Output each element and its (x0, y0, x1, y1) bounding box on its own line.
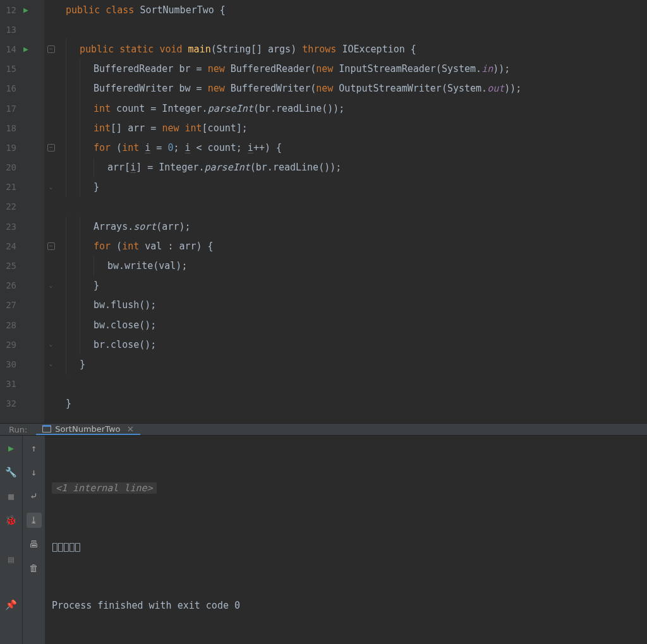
code-text: } (59, 398, 71, 409)
gutter-row[interactable]: 14▶ (0, 39, 44, 59)
down-arrow-icon[interactable]: ↓ (27, 465, 42, 480)
gutter-row[interactable]: 30 (0, 354, 44, 374)
fold-cell (45, 158, 57, 177)
indent-guide (80, 158, 80, 177)
indent-guide (66, 177, 66, 197)
fold-cell: − (45, 138, 57, 157)
code-line[interactable]: } (59, 276, 647, 295)
gutter-row[interactable]: 22 (0, 197, 44, 217)
gutter-row[interactable]: 27 (0, 295, 44, 315)
finished-line: Process finished with exit code 0 (52, 596, 641, 616)
code-line[interactable]: } (59, 394, 647, 414)
gutter-row[interactable]: 25 (0, 256, 44, 275)
code-line[interactable]: for (int i = 0; i < count; i++) { (59, 138, 647, 157)
gutter-row[interactable]: 20 (0, 158, 44, 177)
gutter-row[interactable]: 12▶ (0, 0, 44, 20)
fold-minus-icon[interactable]: − (47, 242, 55, 250)
code-line[interactable]: Arrays.sort(arr); (59, 217, 647, 236)
line-number: 22 (4, 201, 21, 212)
fold-cell (45, 98, 57, 118)
fold-cell (45, 315, 57, 335)
code-text: for (int i = 0; i < count; i++) { (59, 142, 282, 153)
fold-end-icon[interactable]: ⌄ (47, 361, 55, 368)
indent-guide (80, 236, 80, 256)
debug-icon[interactable]: 🐞 (4, 513, 19, 528)
indent-guide (66, 59, 66, 79)
pin-icon[interactable]: 📌 (4, 597, 19, 612)
fold-cell (45, 295, 57, 315)
rerun-button[interactable]: ▶ (4, 441, 19, 456)
code-line[interactable]: } (59, 177, 647, 197)
code-line[interactable] (59, 197, 647, 217)
code-line[interactable]: BufferedReader br = new BufferedReader(n… (59, 59, 647, 79)
wrench-icon[interactable]: 🔧 (4, 465, 19, 480)
gutter-row[interactable]: 21 (0, 177, 44, 197)
run-tab[interactable]: SortNumberTwo × (36, 424, 140, 435)
gutter-row[interactable]: 15 (0, 59, 44, 79)
code-line[interactable]: bw.write(val); (59, 256, 647, 275)
indent-guide (80, 59, 80, 79)
line-number: 12 (4, 5, 21, 15)
close-icon[interactable]: × (124, 424, 135, 434)
code-line[interactable]: br.close(); (59, 335, 647, 354)
fold-end-icon[interactable]: ⌄ (47, 183, 55, 191)
code-line[interactable] (59, 374, 647, 394)
indent-guide (80, 138, 80, 157)
print-icon[interactable]: 🖶 (27, 537, 42, 552)
line-number: 18 (4, 123, 21, 133)
run-gutter-icon[interactable]: ▶ (21, 44, 30, 54)
gutter-row[interactable]: 13 (0, 20, 44, 39)
gutter-row[interactable]: 32 (0, 394, 44, 414)
code-line[interactable]: int[] arr = new int[count]; (59, 118, 647, 138)
gutter-row[interactable]: 23 (0, 217, 44, 236)
code-line[interactable]: public static void main(String[] args) t… (59, 39, 647, 59)
code-content[interactable]: public class SortNumberTwo {public stati… (57, 0, 647, 423)
fold-minus-icon[interactable]: − (47, 45, 55, 53)
fold-end-icon[interactable]: ⌄ (47, 282, 55, 289)
gutter-row[interactable]: 28 (0, 315, 44, 335)
fold-minus-icon[interactable]: − (47, 144, 55, 152)
code-line[interactable]: bw.close(); (59, 315, 647, 335)
gutter-row[interactable]: 19 (0, 138, 44, 157)
gutter-row[interactable]: 31 (0, 374, 44, 394)
indent-guide (66, 118, 66, 138)
console-output[interactable]: <1 internal line> ￿￿￿￿￿ Process finished… (45, 436, 647, 644)
soft-wrap-icon[interactable]: ⤶ (27, 489, 42, 504)
fold-end-icon[interactable]: ⌄ (47, 341, 55, 349)
gutter-row[interactable]: 18 (0, 118, 44, 138)
line-number: 14 (4, 44, 21, 54)
gutter-row[interactable]: 26 (0, 276, 44, 295)
gutter-row[interactable]: 17 (0, 98, 44, 118)
gutter-row[interactable]: 29 (0, 335, 44, 354)
scroll-to-end-icon[interactable]: ⤓ (27, 513, 42, 528)
code-line[interactable] (59, 20, 647, 39)
line-number: 16 (4, 83, 21, 93)
code-text: int count = Integer.parseInt(br.readLine… (59, 103, 344, 114)
indent-guide (80, 217, 80, 236)
fold-cell (45, 394, 57, 414)
stop-button[interactable]: ■ (4, 489, 19, 504)
indent-guide (66, 295, 66, 315)
layout-icon[interactable]: ▤ (4, 552, 19, 567)
line-number: 31 (4, 379, 21, 389)
up-arrow-icon[interactable]: ↑ (27, 441, 42, 456)
code-text: public static void main(String[] args) t… (59, 44, 416, 55)
code-line[interactable]: } (59, 354, 647, 374)
code-text: BufferedReader br = new BufferedReader(n… (59, 63, 510, 75)
run-label: Run: (0, 425, 36, 434)
code-editor[interactable]: 12▶1314▶15161718192021222324252627282930… (0, 0, 647, 423)
code-line[interactable]: for (int val : arr) { (59, 236, 647, 256)
code-line[interactable]: bw.flush(); (59, 295, 647, 315)
indent-guide (80, 335, 80, 354)
gutter-row[interactable]: 24 (0, 236, 44, 256)
trash-icon[interactable]: 🗑 (27, 561, 42, 576)
indent-guide (66, 98, 66, 118)
fold-cell (45, 79, 57, 98)
code-line[interactable]: int count = Integer.parseInt(br.readLine… (59, 98, 647, 118)
code-line[interactable]: arr[i] = Integer.parseInt(br.readLine())… (59, 158, 647, 177)
run-gutter-icon[interactable]: ▶ (21, 5, 30, 15)
gutter-row[interactable]: 16 (0, 79, 44, 98)
code-line[interactable]: BufferedWriter bw = new BufferedWriter(n… (59, 79, 647, 98)
line-number: 23 (4, 222, 21, 232)
code-line[interactable]: public class SortNumberTwo { (59, 0, 647, 20)
